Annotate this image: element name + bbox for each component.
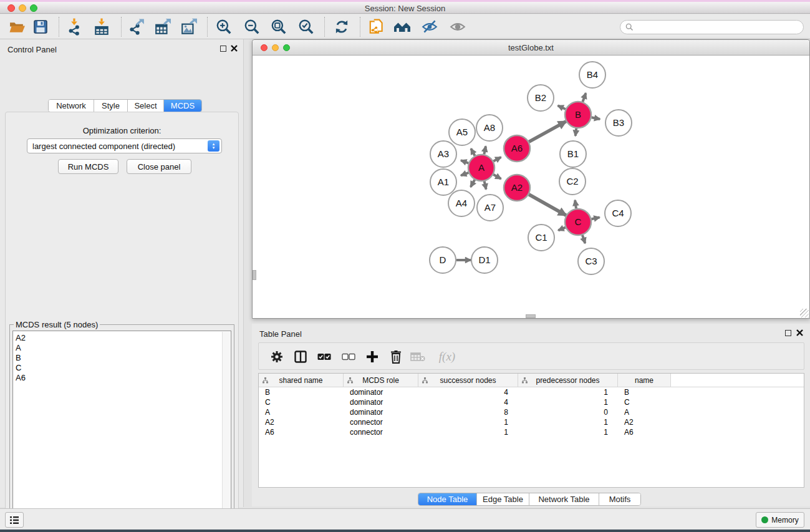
table-cell[interactable]: 4 <box>418 387 518 397</box>
column-visibility-icon[interactable] <box>291 347 310 366</box>
graph-edge-A-A6[interactable] <box>493 157 501 162</box>
export-network-icon[interactable] <box>127 17 146 36</box>
graph-node-A8[interactable]: A8 <box>476 115 503 141</box>
graph-edge-B-B3[interactable] <box>592 117 600 119</box>
tab-network-table[interactable]: Network Table <box>529 493 599 505</box>
graph-node-A2[interactable]: A2 <box>504 175 530 201</box>
import-table-icon[interactable] <box>92 17 111 36</box>
mcds-result-item[interactable]: A6 <box>16 373 231 383</box>
table-row[interactable]: Bdominator41B <box>259 387 804 397</box>
zoom-selected-icon[interactable] <box>297 17 316 36</box>
zoom-in-icon[interactable] <box>215 17 233 36</box>
open-session-icon[interactable] <box>7 17 26 36</box>
hide-selected-icon[interactable] <box>420 17 439 36</box>
graph-node-C3[interactable]: C3 <box>578 248 604 274</box>
clone-network-icon[interactable] <box>367 17 386 36</box>
table-cell[interactable]: B <box>618 387 671 397</box>
table-cell[interactable]: connector <box>344 417 418 427</box>
table-settings-icon[interactable] <box>268 347 286 366</box>
table-row[interactable]: Adominator80A <box>259 407 804 417</box>
table-cell[interactable]: dominator <box>344 387 418 397</box>
horizontal-scrollbar-thumb[interactable] <box>526 314 536 318</box>
save-session-icon[interactable] <box>31 17 50 36</box>
graph-edge-C-C4[interactable] <box>591 217 599 219</box>
table-cell[interactable]: 8 <box>418 407 518 417</box>
table-cell[interactable]: B <box>259 387 344 397</box>
graph-node-C4[interactable]: C4 <box>605 200 631 226</box>
graph-edge-A-A3[interactable] <box>461 160 468 163</box>
table-cell[interactable]: A <box>618 407 671 417</box>
table-cell[interactable]: 0 <box>518 407 618 417</box>
graph-edge-A6-B[interactable] <box>529 122 566 142</box>
zoom-out-icon[interactable] <box>243 17 261 36</box>
deselect-all-icon[interactable] <box>339 347 358 366</box>
network-canvas[interactable]: B4B2BB3A8A5A6A3B1AA1C2A2A4A7C4CC1C3DD1 <box>253 56 809 318</box>
network-window-titlebar[interactable]: testGlobe.txt <box>253 40 809 56</box>
graph-edge-C-C2[interactable] <box>575 200 576 208</box>
table-cell[interactable]: 1 <box>518 417 618 427</box>
refresh-icon[interactable] <box>332 17 351 36</box>
add-column-icon[interactable] <box>363 347 382 366</box>
memory-button[interactable]: Memory <box>756 512 804 528</box>
table-cell[interactable]: A6 <box>618 427 671 437</box>
graph-node-B4[interactable]: B4 <box>579 62 605 88</box>
graph-node-D[interactable]: D <box>430 247 456 273</box>
graph-node-A5[interactable]: A5 <box>449 119 475 145</box>
table-cell[interactable]: C <box>259 397 344 407</box>
float-table-panel-icon[interactable] <box>785 330 791 336</box>
graph-node-B[interactable]: B <box>565 102 591 128</box>
mcds-result-item[interactable]: C <box>16 363 231 373</box>
export-table-icon[interactable] <box>153 17 172 36</box>
tab-mcds[interactable]: MCDS <box>164 100 201 112</box>
graph-edge-B-B4[interactable] <box>582 93 586 102</box>
table-cell[interactable]: connector <box>344 427 418 437</box>
function-builder-icon[interactable]: f(x) <box>433 347 461 366</box>
column-header-MCDS-role[interactable]: MCDS role <box>344 374 418 387</box>
graph-edge-C-C3[interactable] <box>582 235 585 243</box>
task-history-button[interactable] <box>5 512 24 528</box>
table-cell[interactable]: dominator <box>344 397 418 407</box>
network-graph[interactable]: B4B2BB3A8A5A6A3B1AA1C2A2A4A7C4CC1C3DD1 <box>253 56 809 318</box>
graph-edge-B-B1[interactable] <box>576 128 577 136</box>
graph-edge-A-A8[interactable] <box>484 146 486 154</box>
column-header-shared-name[interactable]: shared name <box>259 374 344 387</box>
tab-edge-table[interactable]: Edge Table <box>477 493 529 505</box>
table-cell[interactable]: A2 <box>618 417 671 427</box>
tab-motifs[interactable]: Motifs <box>599 493 640 505</box>
table-cell[interactable]: 4 <box>418 397 518 407</box>
search-field[interactable] <box>620 20 804 34</box>
result-scrollbar[interactable] <box>222 332 230 532</box>
tab-network[interactable]: Network <box>49 100 94 112</box>
resize-grip-icon[interactable] <box>800 309 809 317</box>
graph-edge-A-A2[interactable] <box>493 175 501 179</box>
table-cell[interactable]: 1 <box>418 417 518 427</box>
mcds-result-item[interactable]: A <box>16 343 231 353</box>
graph-edge-A-A1[interactable] <box>461 173 468 176</box>
graph-node-D1[interactable]: D1 <box>471 247 498 273</box>
first-neighbors-icon[interactable] <box>393 17 412 36</box>
show-all-icon[interactable] <box>448 17 467 36</box>
graph-node-A[interactable]: A <box>468 155 494 181</box>
graph-edge-C-C1[interactable] <box>558 228 565 231</box>
graph-node-C2[interactable]: C2 <box>559 168 586 195</box>
delete-table-icon[interactable] <box>408 347 427 366</box>
table-cell[interactable]: 1 <box>518 427 618 437</box>
graph-node-C1[interactable]: C1 <box>528 225 554 251</box>
delete-column-icon[interactable] <box>387 347 405 366</box>
mcds-result-item[interactable]: A2 <box>16 333 231 343</box>
table-cell[interactable]: A6 <box>259 427 344 437</box>
table-cell[interactable]: A2 <box>259 417 344 427</box>
close-panel-icon[interactable] <box>231 45 238 52</box>
search-input[interactable] <box>637 23 793 32</box>
vertical-scrollbar-thumb[interactable] <box>253 270 256 280</box>
mcds-result-item[interactable]: B <box>16 353 231 363</box>
table-row[interactable]: Cdominator41C <box>259 397 804 407</box>
tab-style[interactable]: Style <box>94 100 128 112</box>
run-mcds-button[interactable]: Run MCDS <box>58 159 118 174</box>
graph-node-A4[interactable]: A4 <box>448 190 475 216</box>
graph-node-B2[interactable]: B2 <box>528 85 554 111</box>
table-row[interactable]: A6connector11A6 <box>259 427 804 437</box>
graph-node-A1[interactable]: A1 <box>430 169 456 195</box>
float-panel-icon[interactable] <box>220 46 226 52</box>
close-table-panel-icon[interactable] <box>796 329 803 336</box>
